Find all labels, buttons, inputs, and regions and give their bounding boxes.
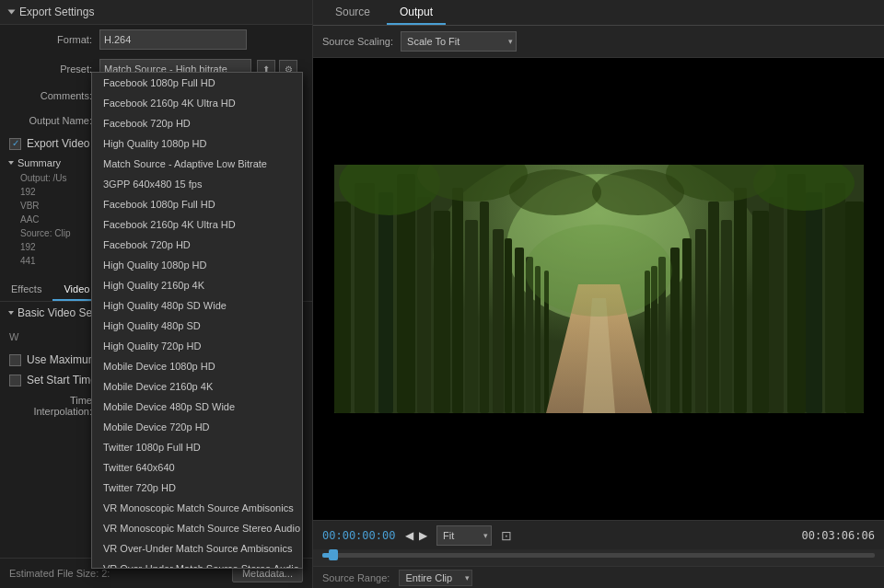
source-range-bar: Source Range: Entire Clip In to Out Work… bbox=[313, 566, 884, 588]
tab-effects[interactable]: Effects bbox=[0, 279, 52, 301]
svg-rect-9 bbox=[452, 188, 463, 413]
play-controls: ◀ ▶ bbox=[405, 529, 427, 542]
summary-output: Output: /Us bbox=[20, 173, 67, 183]
svg-rect-24 bbox=[734, 188, 747, 413]
dropdown-item[interactable]: Facebook 1080p Full HD bbox=[92, 194, 302, 214]
check-icon: ✓ bbox=[12, 139, 19, 148]
svg-rect-12 bbox=[493, 229, 504, 413]
source-scaling-row: Source Scaling: Scale To Fit Scale To Fi… bbox=[313, 26, 884, 58]
video-preview-inner bbox=[334, 165, 864, 413]
output-name-label: Output Name: bbox=[9, 115, 92, 126]
svg-point-37 bbox=[509, 169, 601, 215]
dropdown-item[interactable]: VR Monoscopic Match Source Ambisonics bbox=[92, 498, 302, 518]
preset-dropdown[interactable]: Facebook 1080p Full HD Facebook 2160p 4K… bbox=[91, 72, 303, 569]
svg-rect-5 bbox=[378, 192, 393, 413]
format-select-wrap: H.264 bbox=[99, 29, 247, 50]
export-video-checkbox[interactable]: ✓ bbox=[9, 138, 21, 150]
dropdown-item[interactable]: VR Monoscopic Match Source Stereo Audio bbox=[92, 518, 302, 538]
summary-expand-icon bbox=[8, 161, 14, 165]
export-settings-title: Export Settings bbox=[19, 6, 94, 18]
play-back-button[interactable]: ◀ bbox=[405, 529, 413, 542]
source-range-select-wrap: Entire Clip In to Out Work Area Custom ▾ bbox=[399, 570, 472, 586]
width-label: W bbox=[9, 331, 18, 342]
tab-source[interactable]: Source bbox=[322, 1, 383, 25]
summary-line2: 192 bbox=[20, 187, 36, 197]
svg-point-40 bbox=[592, 169, 684, 215]
dropdown-item[interactable]: Facebook 2160p 4K Ultra HD bbox=[92, 214, 302, 235]
svg-rect-11 bbox=[480, 202, 489, 413]
tab-output[interactable]: Output bbox=[387, 1, 446, 25]
dropdown-item[interactable]: High Quality 480p SD bbox=[92, 316, 302, 336]
svg-rect-25 bbox=[721, 220, 732, 413]
preset-label: Preset: bbox=[9, 63, 92, 75]
svg-rect-3 bbox=[334, 202, 351, 413]
format-row: Format: H.264 bbox=[0, 25, 312, 54]
svg-rect-27 bbox=[695, 229, 706, 413]
timeline-bar[interactable] bbox=[313, 549, 884, 566]
comments-label: Comments: bbox=[9, 90, 92, 101]
playback-bar: 00:00:00:00 ◀ ▶ Fit 25% 50% 75% 100% ▾ ⊡… bbox=[313, 520, 884, 549]
dropdown-item[interactable]: 3GPP 640x480 15 fps bbox=[92, 174, 302, 194]
dropdown-item[interactable]: Facebook 2160p 4K Ultra HD bbox=[92, 93, 302, 113]
dropdown-item[interactable]: Twitter 1080p Full HD bbox=[92, 437, 302, 457]
dropdown-item[interactable]: High Quality 480p SD Wide bbox=[92, 295, 302, 316]
dropdown-item[interactable]: High Quality 1080p HD bbox=[92, 133, 302, 154]
export-video-label: Export Video bbox=[27, 137, 90, 150]
dropdown-item[interactable]: Match Source - Adaptive Low Bitrate bbox=[92, 154, 302, 174]
dropdown-item[interactable]: Twitter 640x640 bbox=[92, 457, 302, 478]
svg-rect-20 bbox=[806, 192, 822, 413]
svg-rect-7 bbox=[417, 197, 431, 413]
timeline-thumb[interactable] bbox=[329, 549, 338, 560]
use-max-render-checkbox[interactable] bbox=[9, 354, 21, 366]
scaling-select-wrap: Scale To Fit Scale To Fill Stretch To Fi… bbox=[401, 31, 517, 52]
timecode-display: 00:00:00:00 bbox=[322, 529, 396, 542]
format-select[interactable]: H.264 bbox=[99, 29, 247, 50]
source-scaling-select[interactable]: Scale To Fit Scale To Fill Stretch To Fi… bbox=[401, 31, 517, 52]
svg-rect-10 bbox=[465, 220, 478, 413]
summary-line7: 441 bbox=[20, 256, 36, 266]
clip-icon[interactable]: ⊡ bbox=[501, 528, 512, 543]
forest-image bbox=[334, 165, 864, 413]
timeline-track[interactable] bbox=[322, 553, 875, 558]
svg-rect-23 bbox=[752, 211, 769, 413]
svg-rect-4 bbox=[355, 183, 375, 413]
summary-line6: 192 bbox=[20, 242, 36, 252]
svg-rect-14 bbox=[515, 248, 524, 413]
dropdown-item[interactable]: High Quality 1080p HD bbox=[92, 255, 302, 275]
dropdown-item[interactable]: VR Over-Under Match Source Ambisonics bbox=[92, 538, 302, 559]
dropdown-item[interactable]: Facebook 1080p Full HD bbox=[92, 73, 302, 93]
source-range-label: Source Range: bbox=[322, 572, 390, 583]
svg-rect-8 bbox=[434, 211, 450, 413]
duration-display: 00:03:06:06 bbox=[802, 529, 875, 542]
dropdown-item[interactable]: Mobile Device 720p HD bbox=[92, 417, 302, 437]
summary-title: Summary bbox=[17, 157, 61, 168]
fit-select-wrap: Fit 25% 50% 75% 100% ▾ bbox=[436, 525, 492, 546]
svg-rect-26 bbox=[708, 202, 719, 413]
source-range-select[interactable]: Entire Clip In to Out Work Area Custom bbox=[399, 570, 472, 586]
play-forward-button[interactable]: ▶ bbox=[419, 529, 427, 542]
dropdown-item[interactable]: High Quality 2160p 4K bbox=[92, 275, 302, 295]
export-settings-header: Export Settings bbox=[0, 0, 312, 25]
source-output-tabs: Source Output bbox=[313, 0, 884, 26]
dropdown-item[interactable]: Mobile Device 480p SD Wide bbox=[92, 397, 302, 417]
dropdown-item[interactable]: VR Over-Under Match Source Stereo Audio bbox=[92, 559, 302, 569]
svg-rect-28 bbox=[682, 238, 692, 413]
dropdown-item[interactable]: Mobile Device 2160p 4K bbox=[92, 376, 302, 397]
dropdown-item[interactable]: Twitter 720p HD bbox=[92, 478, 302, 498]
svg-rect-19 bbox=[825, 183, 845, 413]
summary-line4: AAC bbox=[20, 214, 40, 225]
svg-rect-22 bbox=[769, 197, 784, 413]
svg-rect-18 bbox=[845, 202, 864, 413]
left-panel: Export Settings Format: H.264 Preset: Ma… bbox=[0, 0, 313, 588]
dropdown-item[interactable]: Facebook 720p HD bbox=[92, 113, 302, 133]
svg-rect-13 bbox=[505, 238, 512, 413]
video-preview bbox=[313, 58, 884, 520]
dropdown-item[interactable]: Mobile Device 1080p HD bbox=[92, 356, 302, 376]
set-start-timecode-checkbox[interactable] bbox=[9, 375, 21, 386]
expand-icon bbox=[8, 10, 16, 15]
basic-video-expand-icon bbox=[8, 311, 14, 315]
fit-select[interactable]: Fit 25% 50% 75% 100% bbox=[436, 525, 492, 546]
right-panel: Source Output Source Scaling: Scale To F… bbox=[313, 0, 884, 588]
dropdown-item[interactable]: Facebook 720p HD bbox=[92, 235, 302, 255]
dropdown-item[interactable]: High Quality 720p HD bbox=[92, 336, 302, 356]
